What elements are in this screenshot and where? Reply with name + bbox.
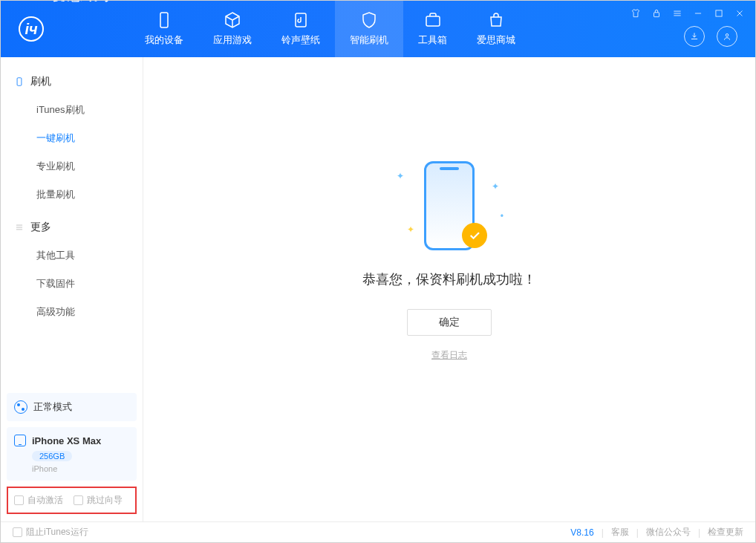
checkbox-icon — [13, 527, 22, 537]
list-icon — [14, 222, 25, 233]
section-title: 更多 — [30, 221, 51, 234]
mode-box[interactable]: 正常模式 — [7, 393, 137, 421]
tab-ringtone[interactable]: 铃声壁纸 — [267, 1, 335, 57]
section-title: 刷机 — [30, 75, 51, 88]
download-icon[interactable] — [684, 26, 705, 47]
sparkle-icon: • — [501, 211, 504, 221]
svg-point-5 — [726, 34, 729, 37]
header: iч 爱思助手 www.i4.cn 我的设备 应用游戏 铃声壁纸 智能刷机 工具… — [1, 1, 755, 57]
logo-icon: iч — [19, 16, 44, 42]
bag-icon — [487, 11, 505, 29]
separator: | — [636, 527, 639, 538]
sidebar: 刷机 iTunes刷机 一键刷机 专业刷机 批量刷机 更多 其他工具 下载固件 … — [1, 57, 143, 521]
separator: | — [602, 527, 604, 538]
sparkle-icon: ✦ — [397, 171, 404, 181]
main-tabs: 我的设备 应用游戏 铃声壁纸 智能刷机 工具箱 爱思商城 — [130, 1, 530, 57]
minimize-icon[interactable] — [691, 7, 705, 20]
checkbox-icon — [74, 495, 83, 505]
device-name: iPhone XS Max — [32, 435, 101, 446]
check-label: 跳过向导 — [87, 494, 123, 507]
version-label: V8.16 — [570, 527, 593, 538]
ok-button[interactable]: 确定 — [407, 309, 492, 336]
tab-label: 爱思商城 — [477, 33, 515, 47]
sidebar-item-itunes[interactable]: iTunes刷机 — [1, 96, 143, 124]
separator: | — [698, 527, 700, 538]
view-log-link[interactable]: 查看日志 — [431, 349, 467, 362]
sidebar-item-advanced[interactable]: 高级功能 — [1, 298, 143, 326]
checkbox-icon — [14, 495, 24, 505]
menu-icon[interactable] — [671, 7, 684, 20]
device-icon — [14, 77, 25, 87]
sparkle-icon: ✦ — [492, 181, 499, 192]
device-capacity: 256GB — [32, 451, 72, 461]
svg-rect-2 — [426, 16, 440, 26]
tab-label: 我的设备 — [145, 33, 183, 47]
lock-icon[interactable] — [650, 7, 663, 20]
wechat-link[interactable]: 微信公众号 — [646, 526, 691, 539]
briefcase-icon — [424, 11, 442, 29]
sidebar-bottom: 正常模式 iPhone XS Max 256GB iPhone 自动激活 跳过向… — [1, 387, 143, 521]
tab-label: 工具箱 — [418, 33, 447, 47]
check-skip-guide[interactable]: 跳过向导 — [74, 494, 123, 507]
check-label: 自动激活 — [27, 494, 63, 507]
sparkle-icon: ✦ — [407, 224, 414, 235]
sidebar-item-other[interactable]: 其他工具 — [1, 241, 143, 270]
device-small-icon — [14, 435, 26, 446]
cube-icon — [224, 11, 241, 29]
header-actions — [684, 26, 737, 47]
success-message: 恭喜您，保资料刷机成功啦！ — [362, 270, 536, 288]
checks-highlight: 自动激活 跳过向导 — [7, 487, 137, 514]
logo[interactable]: iч 爱思助手 www.i4.cn — [1, 0, 130, 71]
tab-flash[interactable]: 智能刷机 — [335, 1, 403, 57]
shield-icon — [360, 11, 378, 29]
check-auto-activate[interactable]: 自动激活 — [14, 494, 63, 507]
tab-store[interactable]: 爱思商城 — [462, 1, 530, 57]
mode-icon — [14, 400, 27, 414]
device-type: iPhone — [32, 464, 129, 473]
tab-apps[interactable]: 应用游戏 — [198, 1, 267, 57]
tab-label: 铃声壁纸 — [281, 33, 320, 47]
check-badge-icon — [462, 223, 487, 248]
footer: 阻止iTunes运行 V8.16 | 客服 | 微信公众号 | 检查更新 — [1, 521, 755, 542]
app-name: 爱思助手 — [51, 0, 117, 62]
sidebar-item-pro[interactable]: 专业刷机 — [1, 152, 143, 181]
shirt-icon[interactable] — [629, 7, 642, 20]
mode-label: 正常模式 — [33, 400, 72, 414]
footer-right: V8.16 | 客服 | 微信公众号 | 检查更新 — [570, 526, 743, 539]
sidebar-item-firmware[interactable]: 下载固件 — [1, 270, 143, 298]
maximize-icon[interactable] — [712, 7, 726, 20]
svg-rect-3 — [654, 13, 659, 17]
update-link[interactable]: 检查更新 — [708, 526, 743, 539]
music-icon — [292, 11, 310, 29]
user-icon[interactable] — [717, 26, 737, 47]
section-flash: 刷机 iTunes刷机 一键刷机 专业刷机 批量刷机 — [1, 68, 143, 213]
phone-icon — [155, 11, 173, 29]
window-controls — [629, 7, 746, 20]
tab-label: 智能刷机 — [350, 33, 388, 47]
check-block-itunes[interactable]: 阻止iTunes运行 — [13, 526, 88, 539]
app-url: www.i4.cn — [51, 62, 117, 71]
section-header-more[interactable]: 更多 — [1, 213, 143, 241]
success-illustration: ✦ ✦ ✦ • — [386, 157, 512, 254]
close-icon[interactable] — [733, 7, 746, 20]
svg-rect-4 — [716, 10, 722, 16]
body: 刷机 iTunes刷机 一键刷机 专业刷机 批量刷机 更多 其他工具 下载固件 … — [1, 57, 755, 521]
sidebar-item-batch[interactable]: 批量刷机 — [1, 181, 143, 209]
tab-label: 应用游戏 — [213, 33, 252, 47]
check-label: 阻止iTunes运行 — [26, 526, 88, 539]
section-header-flash[interactable]: 刷机 — [1, 68, 143, 96]
tab-toolbox[interactable]: 工具箱 — [403, 1, 462, 57]
sidebar-item-oneclick[interactable]: 一键刷机 — [1, 124, 143, 152]
support-link[interactable]: 客服 — [611, 526, 629, 539]
tab-device[interactable]: 我的设备 — [130, 1, 198, 57]
main-content: ✦ ✦ ✦ • 恭喜您，保资料刷机成功啦！ 确定 查看日志 — [143, 57, 755, 521]
section-more: 更多 其他工具 下载固件 高级功能 — [1, 213, 143, 331]
svg-rect-0 — [160, 13, 168, 27]
logo-text: 爱思助手 www.i4.cn — [51, 0, 117, 71]
svg-rect-6 — [17, 78, 22, 86]
device-box[interactable]: iPhone XS Max 256GB iPhone — [7, 427, 137, 481]
